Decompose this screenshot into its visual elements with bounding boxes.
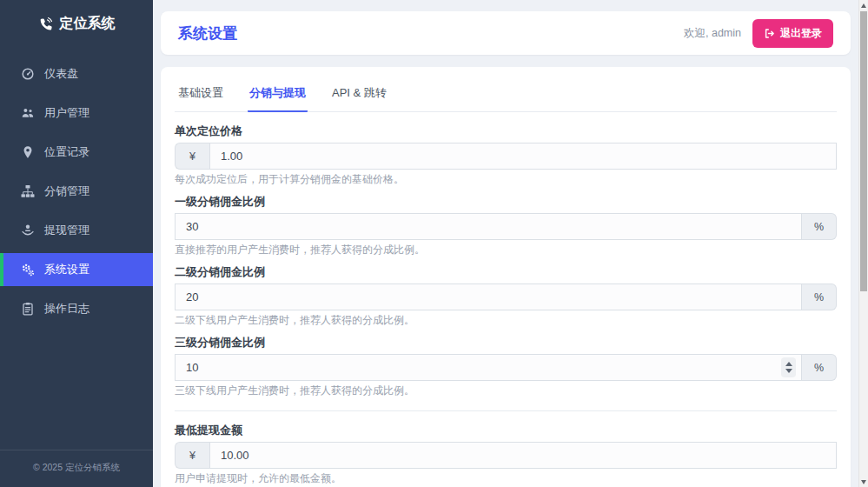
- settings-card: 基础设置分销与提现API & 跳转 单次定位价格¥每次成功定位后，用于计算分销佣…: [161, 67, 851, 487]
- sidebar-nav: 仪表盘用户管理位置记录分销管理提现管理系统设置操作日志: [0, 57, 153, 325]
- settings-tabs: 基础设置分销与提现API & 跳转: [175, 76, 837, 112]
- app-title: 定位系统: [60, 15, 116, 33]
- tab-2[interactable]: API & 跳转: [330, 79, 388, 112]
- sidebar-item-label: 分销管理: [44, 183, 89, 199]
- field-label: 三级分销佣金比例: [175, 336, 837, 349]
- vertical-scrollbar[interactable]: [858, 0, 868, 487]
- field-level2-commission-rate: 二级分销佣金比例%二级下线用户产生消费时，推荐人获得的分成比例。: [175, 265, 837, 326]
- level2-commission-rate-input[interactable]: [175, 284, 802, 310]
- users-icon: [21, 106, 35, 120]
- sidebar-item-4[interactable]: 提现管理: [0, 214, 153, 247]
- sidebar-item-label: 操作日志: [44, 301, 89, 317]
- tachometer-icon: [21, 67, 35, 81]
- level3-commission-rate-input[interactable]: [175, 354, 802, 381]
- scrollbar-thumb[interactable]: [860, 11, 867, 291]
- field-label: 一级分销佣金比例: [175, 195, 837, 208]
- percent-suffix-addon: %: [802, 284, 837, 310]
- scroll-up-arrow[interactable]: [859, 0, 868, 10]
- sidebar-footer: © 2025 定位分销系统: [0, 450, 153, 487]
- field-help-text: 二级下线用户产生消费时，推荐人获得的分成比例。: [175, 315, 837, 326]
- percent-suffix-addon: %: [802, 354, 837, 381]
- field-level3-commission-rate: 三级分销佣金比例%三级下线用户产生消费时，推荐人获得的分成比例。: [175, 336, 837, 397]
- price-per-location-input[interactable]: [209, 143, 837, 170]
- field-label: 二级分销佣金比例: [175, 265, 837, 278]
- percent-suffix-addon: %: [802, 213, 837, 240]
- sidebar-item-label: 用户管理: [44, 105, 89, 121]
- field-level1-commission-rate: 一级分销佣金比例%直接推荐的用户产生消费时，推荐人获得的分成比例。: [175, 195, 837, 256]
- sitemap-icon: [21, 184, 35, 198]
- sidebar: 定位系统 仪表盘用户管理位置记录分销管理提现管理系统设置操作日志 © 2025 …: [0, 0, 153, 487]
- input-group: %: [175, 284, 837, 310]
- scroll-down-arrow[interactable]: [859, 477, 868, 487]
- map-marker-icon: [21, 145, 35, 159]
- number-stepper[interactable]: [781, 357, 796, 377]
- app-logo: 定位系统: [0, 0, 153, 47]
- sidebar-item-2[interactable]: 位置记录: [0, 136, 153, 169]
- tab-1[interactable]: 分销与提现: [248, 79, 308, 112]
- sidebar-item-label: 系统设置: [44, 262, 89, 277]
- field-help-text: 用户申请提现时，允许的最低金额。: [175, 473, 837, 484]
- sidebar-item-label: 仪表盘: [44, 66, 78, 82]
- input-group: %: [175, 213, 837, 240]
- currency-prefix-addon: ¥: [175, 143, 209, 170]
- field-help-text: 三级下线用户产生消费时，推荐人获得的分成比例。: [175, 385, 837, 397]
- field-label: 单次定位价格: [175, 124, 837, 137]
- page-header: 系统设置 欢迎, admin 退出登录: [161, 11, 851, 55]
- level1-commission-rate-input[interactable]: [175, 213, 802, 240]
- settings-form: 单次定位价格¥每次成功定位后，用于计算分销佣金的基础价格。一级分销佣金比例%直接…: [175, 112, 837, 487]
- currency-prefix-addon: ¥: [175, 442, 209, 469]
- min-withdrawal-amount-input[interactable]: [209, 442, 837, 469]
- tab-0[interactable]: 基础设置: [176, 79, 225, 112]
- section-divider: [175, 410, 837, 411]
- sidebar-item-label: 提现管理: [44, 223, 89, 238]
- clipboard-icon: [21, 302, 35, 316]
- input-group: ¥: [175, 143, 837, 170]
- header-right: 欢迎, admin 退出登录: [684, 19, 833, 48]
- stepper-down-icon[interactable]: [785, 369, 792, 373]
- logout-button[interactable]: 退出登录: [752, 19, 833, 48]
- sign-out-icon: [764, 28, 775, 39]
- welcome-text: 欢迎, admin: [684, 26, 741, 41]
- input-group: ¥: [175, 442, 837, 469]
- sidebar-item-5[interactable]: 系统设置: [0, 253, 153, 286]
- phone-volume-icon: [38, 17, 53, 31]
- field-min-withdrawal-amount: 最低提现金额¥用户申请提现时，允许的最低金额。: [175, 424, 837, 484]
- sidebar-item-label: 位置记录: [44, 144, 89, 160]
- field-price-per-location: 单次定位价格¥每次成功定位后，用于计算分销佣金的基础价格。: [175, 124, 837, 185]
- sidebar-item-3[interactable]: 分销管理: [0, 175, 153, 208]
- hand-coin-icon: [21, 223, 35, 237]
- sidebar-item-1[interactable]: 用户管理: [0, 97, 153, 130]
- field-help-text: 直接推荐的用户产生消费时，推荐人获得的分成比例。: [175, 244, 837, 256]
- cogs-icon: [21, 263, 35, 277]
- sidebar-item-0[interactable]: 仪表盘: [0, 57, 153, 90]
- page-title: 系统设置: [178, 23, 237, 43]
- sidebar-item-6[interactable]: 操作日志: [0, 292, 153, 325]
- main-area: 系统设置 欢迎, admin 退出登录 基础设置分销与提现API & 跳转 单次…: [153, 0, 858, 487]
- field-label: 最低提现金额: [175, 424, 837, 437]
- input-group: %: [175, 354, 837, 381]
- field-help-text: 每次成功定位后，用于计算分销佣金的基础价格。: [175, 174, 837, 185]
- stepper-up-icon[interactable]: [785, 362, 792, 366]
- logout-label: 退出登录: [780, 26, 822, 41]
